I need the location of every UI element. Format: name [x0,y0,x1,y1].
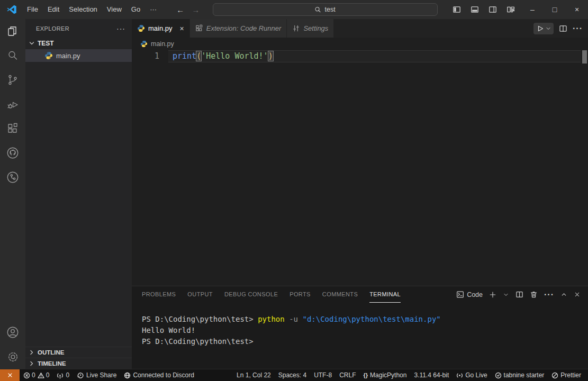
outline-section[interactable]: OUTLINE [25,347,132,358]
menu-file[interactable]: File [22,0,43,19]
eol-sequence[interactable]: CRLF [336,369,359,381]
tab-problems[interactable]: PROBLEMS [142,287,176,302]
close-button[interactable]: × [566,0,588,19]
go-live[interactable]: Go Live [453,369,491,381]
extensions-icon[interactable] [0,116,25,141]
live-share-status[interactable]: Live Share [73,369,120,381]
split-editor-icon[interactable] [559,24,567,33]
terminal-arg-path: "d:\Coding\python\test\main.py" [302,315,440,323]
settings-gear-icon[interactable] [0,344,25,369]
forward-arrow-icon[interactable]: → [192,5,200,14]
sidebar-title: EXPLORER [36,25,69,32]
command-center-search[interactable]: test [213,3,438,16]
live-share-label: Live Share [86,371,116,379]
folder-label: TEST [38,40,54,47]
terminal-dropdown-icon[interactable] [503,292,509,298]
chevron-right-icon [28,348,36,357]
tab-extension-code-runner[interactable]: Extension: Code Runner [190,19,287,38]
menu-selection[interactable]: Selection [64,0,102,19]
panel-more-icon[interactable]: ··· [544,290,554,300]
search-sidebar-icon[interactable] [0,43,25,68]
maximize-panel-icon[interactable] [560,291,567,298]
split-terminal-icon[interactable] [515,291,523,298]
braces-icon: {} [363,372,368,378]
language-mode[interactable]: {} MagicPython [359,369,410,381]
titlebar-layout-controls [450,3,517,16]
close-panel-icon[interactable] [574,291,581,298]
back-arrow-icon[interactable]: ← [176,5,184,14]
accounts-icon[interactable] [0,320,25,344]
encoding[interactable]: UTF-8 [310,369,336,381]
terminal-shell-button[interactable]: Code [456,291,483,298]
tabnine[interactable]: tabnine starter [491,369,548,381]
tab-ports[interactable]: PORTS [290,287,311,302]
explorer-icon[interactable] [0,19,25,43]
file-main-py[interactable]: main.py [25,49,132,62]
breadcrumb-item[interactable]: main.py [151,40,174,48]
toggle-secondary-sidebar-icon[interactable] [486,3,499,16]
python-file-icon [137,24,145,32]
cursor-position[interactable]: Ln 1, Col 22 [233,369,275,381]
tab-output[interactable]: OUTPUT [187,287,213,302]
titlebar: File Edit Selection View Go ··· ← → test [0,0,588,19]
remote-indicator[interactable] [0,369,20,381]
tab-debug-console[interactable]: DEBUG CONSOLE [224,287,278,302]
sidebar-more-icon[interactable]: ··· [116,24,125,33]
python-interpreter[interactable]: 3.11.4 64-bit [410,369,453,381]
tabnine-icon [495,372,502,379]
customize-layout-icon[interactable] [504,3,517,16]
problems-status[interactable]: 0 0 [20,369,53,381]
tab-main-py[interactable]: main.py × [132,19,190,38]
toggle-panel-icon[interactable] [468,3,481,16]
timeline-section[interactable]: TIMELINE [25,358,132,369]
circle-branch-icon[interactable] [0,165,25,189]
tab-settings[interactable]: Settings [287,19,334,38]
chevron-down-icon [28,39,36,48]
code-editor[interactable]: 1 print('Hello World!') [132,50,588,286]
tab-terminal[interactable]: TERMINAL [369,287,401,303]
terminal-output[interactable]: PS D:\Coding\python\test> python -u "d:\… [132,303,588,369]
outline-label: OUTLINE [38,349,64,356]
minimize-button[interactable]: – [521,0,544,19]
run-debug-icon[interactable] [0,92,25,116]
indentation[interactable]: Spaces: 4 [275,369,310,381]
shell-name: Code [467,291,483,298]
toggle-sidebar-icon[interactable] [450,3,463,16]
warning-icon [38,372,44,379]
line-number: 1 [132,50,159,62]
explorer-sidebar: EXPLORER ··· TEST main.py OUTLIN [25,19,132,369]
tab-label: Extension: Code Runner [206,24,282,32]
current-line: print('Hello World!') [168,50,581,62]
extension-tab-icon [195,24,203,32]
remote-icon [6,371,14,379]
menu-more[interactable]: ··· [145,0,161,19]
new-terminal-icon[interactable] [489,291,496,298]
live-share-icon [77,371,84,379]
menu-go[interactable]: Go [126,0,145,19]
main-area: EXPLORER ··· TEST main.py OUTLIN [0,19,588,369]
folder-test[interactable]: TEST [25,38,132,49]
maximize-button[interactable]: □ [544,0,566,19]
file-label: main.py [56,52,80,60]
bottom-panel: PROBLEMS OUTPUT DEBUG CONSOLE PORTS COMM… [132,286,588,369]
discord-status[interactable]: Connected to Discord [120,369,197,381]
source-control-icon[interactable] [0,68,25,92]
prettier[interactable]: Prettier [548,369,585,381]
ports-status[interactable]: 0 [53,369,73,381]
scrollbar-thumb[interactable] [582,50,587,64]
kill-terminal-icon[interactable] [530,291,538,298]
tab-comments[interactable]: COMMENTS [322,287,358,302]
editor-actions: ··· [533,19,588,38]
github-icon[interactable] [0,141,25,165]
more-actions-icon[interactable]: ··· [573,24,583,33]
breadcrumb[interactable]: main.py [132,38,588,50]
run-button[interactable] [533,23,554,34]
menu-edit[interactable]: Edit [43,0,64,19]
editor-scrollbar[interactable] [582,50,587,286]
go-live-broadcast-icon [456,372,463,379]
menu-view[interactable]: View [102,0,126,19]
close-tab-icon[interactable]: × [180,24,184,33]
terminal-prompt: PS D:\Coding\python\test> [142,337,254,346]
terminal-icon [456,291,464,298]
search-icon [314,6,321,13]
